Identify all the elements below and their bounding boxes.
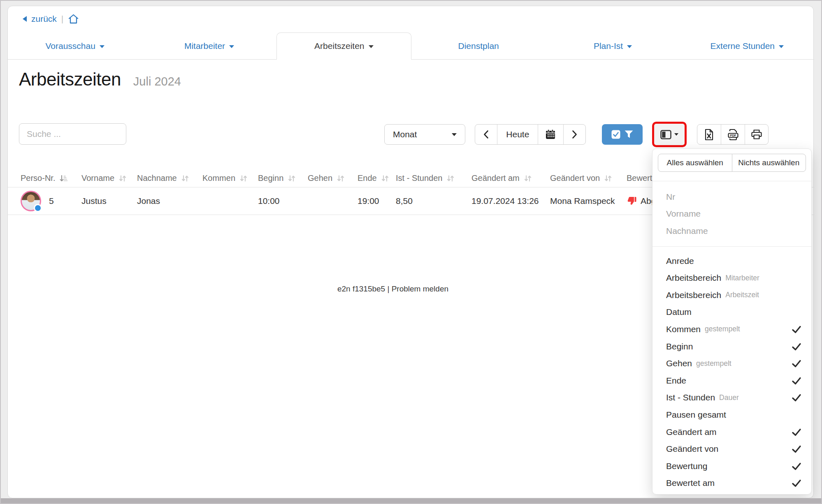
column-menu-item-datum[interactable]: Datum	[652, 304, 811, 321]
check-icon	[792, 393, 801, 402]
print-icon	[751, 129, 762, 140]
thumbs-down-icon	[627, 196, 637, 206]
column-menu-item-ist-stunden-dauer[interactable]: Ist - StundenDauer	[652, 389, 811, 407]
column-header-gehen[interactable]: Gehen	[308, 169, 358, 187]
tab-externe-stunden[interactable]: Externe Stunden	[680, 32, 814, 59]
column-menu-item-beginn[interactable]: Beginn	[652, 338, 811, 355]
prev-period-button[interactable]	[475, 125, 497, 144]
check-icon	[792, 393, 801, 402]
calendar-icon	[545, 129, 556, 140]
tab-plan-ist[interactable]: Plan-Ist	[546, 32, 680, 59]
avatar[interactable]	[21, 191, 41, 211]
chevron-down-icon	[452, 133, 457, 136]
select-all-columns-button[interactable]: Alles auswählen	[658, 154, 732, 172]
select-none-columns-button[interactable]: Nichts auswählen	[732, 154, 806, 172]
sort-icon	[524, 174, 532, 183]
column-menu-item-ende[interactable]: Ende	[652, 372, 811, 389]
sort-icon	[181, 174, 189, 183]
column-header-label: Ist - Stunden	[396, 173, 442, 183]
cell-geaendert_am: 19.07.2024 13:26	[471, 187, 550, 215]
check-icon	[792, 342, 801, 351]
column-header-beginn[interactable]: Beginn	[258, 169, 308, 187]
column-menu-item-list: AnredeArbeitsbereichMitarbeiterArbeitsbe…	[652, 247, 811, 492]
menu-item-label: Gehen	[666, 358, 692, 368]
sort-icon	[181, 174, 189, 183]
report-problem-link[interactable]: Problem melden	[392, 284, 448, 293]
back-link[interactable]: zurück	[31, 14, 57, 24]
column-menu-item-ge-ndert-am[interactable]: Geändert am	[652, 423, 811, 441]
column-menu-item-nachname: Nachname	[652, 222, 811, 240]
column-menu-item-ge-ndert-von[interactable]: Geändert von	[652, 440, 811, 458]
column-menu-item-anrede[interactable]: Anrede	[652, 252, 811, 270]
period-select[interactable]: Monat	[384, 124, 465, 145]
chevron-down-icon	[100, 45, 104, 48]
column-header-label: Nachname	[137, 173, 177, 183]
cell-beginn: 10:00	[258, 187, 308, 215]
column-header-vorname[interactable]: Vorname	[81, 169, 137, 187]
menu-item-label: Nachname	[666, 226, 708, 236]
menu-item-label: Geändert von	[666, 444, 718, 454]
tab-mitarbeiter[interactable]: Mitarbeiter	[142, 32, 276, 59]
sort-icon	[239, 174, 248, 183]
column-menu-item-arbeitsbereich-mitarbeiter[interactable]: ArbeitsbereichMitarbeiter	[652, 269, 811, 287]
search-input[interactable]	[19, 123, 126, 145]
breadcrumb-separator: |	[61, 14, 63, 24]
cell-ist_stunden: 8,50	[396, 187, 471, 215]
menu-item-label: Nr	[666, 192, 675, 202]
menu-item-label: Ist - Stunden	[666, 393, 715, 402]
sort-icon	[118, 174, 127, 183]
sort-active-icon	[59, 174, 68, 183]
column-menu-item-pausen-gesamt[interactable]: Pausen gesamt	[652, 406, 811, 423]
menu-item-sublabel: Arbeitszeit	[725, 291, 759, 299]
column-header-label: Ende	[358, 173, 377, 183]
column-header-label: Vorname	[81, 173, 114, 183]
column-header-label: Beginn	[258, 173, 283, 183]
pdf-export-button[interactable]: PDF	[721, 125, 744, 144]
home-button[interactable]	[68, 14, 79, 24]
sort-icon	[524, 174, 532, 183]
column-header-ist_stunden[interactable]: Ist - Stunden	[396, 169, 471, 187]
check-icon	[792, 479, 801, 487]
today-button[interactable]: Heute	[497, 125, 538, 144]
column-menu-item-bewertung[interactable]: Bewertung	[652, 458, 811, 475]
svg-text:PDF: PDF	[730, 134, 736, 137]
column-header-kommen[interactable]: Kommen	[202, 169, 258, 187]
tab-arbeitszeiten[interactable]: Arbeitszeiten	[276, 32, 411, 60]
cell-geaendert_von: Mona Ramspeck	[550, 187, 627, 215]
column-header-geaendert_am[interactable]: Geändert am	[471, 169, 550, 187]
chevron-down-icon	[627, 45, 632, 48]
next-period-button[interactable]	[563, 125, 585, 144]
calendar-button[interactable]	[538, 125, 563, 144]
column-menu-item-kommen-gestempelt[interactable]: Kommengestempelt	[652, 321, 811, 338]
check-icon	[792, 325, 801, 333]
column-header-perso_nr[interactable]: Perso-Nr.	[21, 169, 81, 187]
column-header-geaendert_von[interactable]: Geändert von	[550, 169, 627, 187]
cell-perso_nr: 5	[21, 187, 81, 215]
column-header-ende[interactable]: Ende	[358, 169, 396, 187]
sort-icon	[239, 174, 248, 183]
column-header-label: Kommen	[202, 173, 235, 183]
check-icon	[792, 377, 801, 385]
check-square-icon	[611, 130, 620, 139]
column-header-label: Gehen	[308, 173, 332, 183]
check-icon	[792, 428, 801, 436]
home-icon	[68, 14, 79, 24]
pdf-export-icon: PDF	[727, 129, 739, 141]
column-menu-item-gehen-gestempelt[interactable]: Gehengestempelt	[652, 355, 811, 372]
check-icon	[792, 428, 801, 436]
tab-label: Vorausschau	[45, 41, 95, 51]
filter-button[interactable]	[602, 124, 643, 145]
tab-dienstplan[interactable]: Dienstplan	[411, 32, 546, 59]
chevron-down-icon	[229, 45, 234, 48]
sort-icon	[604, 174, 612, 183]
tab-vorausschau[interactable]: Vorausschau	[8, 32, 142, 59]
check-icon	[792, 377, 801, 385]
column-menu-item-arbeitsbereich-arbeitszeit[interactable]: ArbeitsbereichArbeitszeit	[652, 287, 811, 304]
menu-item-sublabel: gestempelt	[705, 325, 740, 333]
excel-export-button[interactable]	[697, 125, 721, 144]
column-select-button[interactable]	[652, 122, 687, 147]
column-menu-actions: Alles auswählen Nichts auswählen	[658, 154, 806, 172]
print-button[interactable]	[745, 125, 768, 144]
column-menu-item-bewertet-am[interactable]: Bewertet am	[652, 475, 811, 492]
column-header-nachname[interactable]: Nachname	[137, 169, 202, 187]
